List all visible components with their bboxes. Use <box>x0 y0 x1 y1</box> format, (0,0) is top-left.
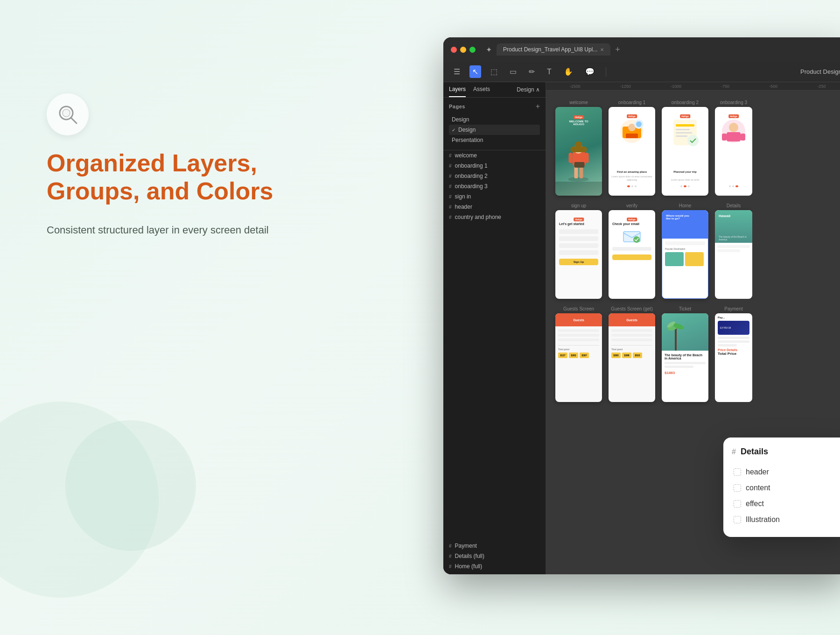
verify-title: Check your email <box>612 222 651 226</box>
layer-onboarding3[interactable]: # onboarding 3 <box>443 181 546 191</box>
traffic-light-yellow[interactable] <box>460 47 466 53</box>
details-row-2 <box>717 249 740 252</box>
hand-tool[interactable]: ✋ <box>561 65 576 78</box>
verify-button[interactable] <box>612 254 651 260</box>
page-label-presentation: Persentation <box>452 137 483 143</box>
screen-row-1: welcome Holigo WELCOME TOHOLIGO <box>555 100 752 196</box>
screen-col-verify: verify Holigo Check your email <box>609 203 655 299</box>
figma-toolbar: ☰ ↖ ⬚ ▭ ✏ T ✋ 💬 Product Design <box>443 62 840 82</box>
traffic-light-red[interactable] <box>451 47 457 53</box>
screen-col-ob3: onboarding 3 Holigo <box>715 100 752 196</box>
screen-group-row1: welcome Holigo WELCOME TOHOLIGO <box>555 100 752 565</box>
screen-label-ob3: onboarding 3 <box>715 100 752 105</box>
tab-close-button[interactable]: ✕ <box>600 47 604 52</box>
verify-logo: Holigo <box>627 214 637 222</box>
popup-header: # Details <box>732 447 840 457</box>
layer-home-full[interactable]: # Home (full) <box>443 561 546 572</box>
guests-get-header: Guests <box>609 313 655 326</box>
frame-tool[interactable]: ⬚ <box>488 65 500 78</box>
text-tool[interactable]: T <box>544 66 554 78</box>
popup-item-effect[interactable]: effect <box>732 496 840 512</box>
dot-active <box>684 185 686 187</box>
layer-onboarding2[interactable]: # onboarding 2 <box>443 171 546 181</box>
popup-item-header[interactable]: header <box>732 464 840 480</box>
svg-point-2 <box>63 109 70 117</box>
browser-chrome: ✦ Product Design_Travel App_UI8 Upl... ✕… <box>443 37 840 62</box>
tab-assets[interactable]: Assets <box>473 86 490 97</box>
details-row-1 <box>717 245 750 248</box>
rect-tool[interactable]: ▭ <box>507 65 519 78</box>
main-heading: Organized Layers, Groups, and Colors <box>47 149 280 205</box>
dot <box>732 185 734 187</box>
ob1-desc: Lorem ipsum dolor sit amet consectetur a… <box>611 175 652 182</box>
verify-email-icon <box>623 229 641 243</box>
layers-list: # welcome # onboarding 1 # onboarding 2 … <box>443 150 546 222</box>
signup-button[interactable]: Sign Up <box>559 259 598 265</box>
pages-label: Pages <box>449 104 465 109</box>
pen-tool[interactable]: ✏ <box>526 65 538 78</box>
screen-payment[interactable]: Pay... EXTRA 08 Price Details <box>715 313 752 402</box>
screen-ob3[interactable]: Holigo <box>715 107 752 196</box>
guests-get-header-text: Guests <box>626 318 637 322</box>
screen-home[interactable]: Where would youlike to go? Popular Desti… <box>662 210 708 299</box>
pages-header: Pages + <box>449 102 540 111</box>
signup-input-pass <box>559 243 598 248</box>
screen-guests-get[interactable]: Guests Total guest $383 <box>609 313 655 402</box>
page-item-design-1[interactable]: Design <box>449 114 540 125</box>
popup-item-illustration[interactable]: Illustration <box>732 512 840 528</box>
screen-verify[interactable]: Holigo Check your email <box>609 210 655 299</box>
layer-signin[interactable]: # sign in <box>443 191 546 202</box>
layer-details-full[interactable]: # Details (full) <box>443 551 546 561</box>
hamburger-icon[interactable]: ☰ <box>451 65 463 78</box>
layer-welcome[interactable]: # welcome <box>443 150 546 161</box>
screen-signup[interactable]: Holigo Let's get started Sign Up <box>555 210 602 299</box>
screen-col-signup: sign up Holigo Let's get started <box>555 203 602 299</box>
signup-title: Let's get started <box>559 222 598 226</box>
tab-layers[interactable]: Layers <box>449 86 466 97</box>
page-item-presentation[interactable]: Persentation <box>449 135 540 145</box>
screen-label-ob2: onboarding 2 <box>662 100 708 105</box>
pointer-tool[interactable]: ↖ <box>469 65 481 78</box>
home-dest-1 <box>665 252 684 266</box>
popup-item-content[interactable]: content <box>732 480 840 496</box>
screen-guests[interactable]: Guests Total guest $127 <box>555 313 602 402</box>
comment-tool[interactable]: 💬 <box>582 65 597 78</box>
popup-item-icon-header <box>734 468 741 476</box>
dot <box>688 185 690 187</box>
layer-onboarding1[interactable]: # onboarding 1 <box>443 161 546 171</box>
toolbar-product-design-label: Product Design <box>800 68 840 75</box>
tab-add-button[interactable]: + <box>615 45 620 55</box>
screen-details[interactable]: Hawaii The beauty of the Beach in Americ… <box>715 210 752 299</box>
canvas-area[interactable]: -1500 -1250 -1000 -750 -500 -250 welcome <box>546 82 840 574</box>
guests-get-content: Total guest $383 $398 $523 <box>609 326 655 361</box>
layer-hash-icon: # <box>449 194 452 199</box>
page-item-design-2[interactable]: ✓ Design <box>449 125 540 135</box>
ob2-dots <box>680 185 690 187</box>
layer-country-label-1: header <box>455 204 472 210</box>
screen-ticket[interactable]: The beauty of the Beach in America $1883 <box>662 313 708 402</box>
panel-tabs: Layers Assets Design ∧ <box>443 82 546 98</box>
pages-add-button[interactable]: + <box>536 102 540 111</box>
popup-item-label-content: content <box>746 484 770 492</box>
ticket-palm-tree <box>666 318 685 351</box>
browser-tab[interactable]: Product Design_Travel App_UI8 Upl... ✕ <box>497 43 610 56</box>
home-search <box>665 241 705 245</box>
layer-country-phone-2[interactable]: # country and phone <box>443 212 546 222</box>
layer-payment[interactable]: # Payment <box>443 541 546 551</box>
tab-title: Product Design_Travel App_UI8 Upl... <box>503 46 597 53</box>
screen-ob1[interactable]: Holigo Find an amaz <box>609 107 655 196</box>
screen-welcome[interactable]: Holigo WELCOME TOHOLIGO <box>555 107 602 196</box>
signup-input-email <box>559 236 598 241</box>
hawaii-label: Hawaii <box>719 214 730 218</box>
traffic-light-green[interactable] <box>469 47 476 53</box>
guests-header-text: Guests <box>573 318 584 322</box>
ticket-row-1 <box>665 362 706 364</box>
ruler-mark-2: -1250 <box>620 84 631 89</box>
layer-country-phone-1[interactable]: # header <box>443 202 546 212</box>
screen-ob2[interactable]: Holigo <box>662 107 708 196</box>
svg-point-3 <box>568 177 589 182</box>
popup-item-label-illustration: Illustration <box>746 515 780 524</box>
signup-button-text: Sign Up <box>574 261 584 263</box>
tab-design[interactable]: Design ∧ <box>517 86 540 97</box>
svg-rect-8 <box>569 153 573 163</box>
